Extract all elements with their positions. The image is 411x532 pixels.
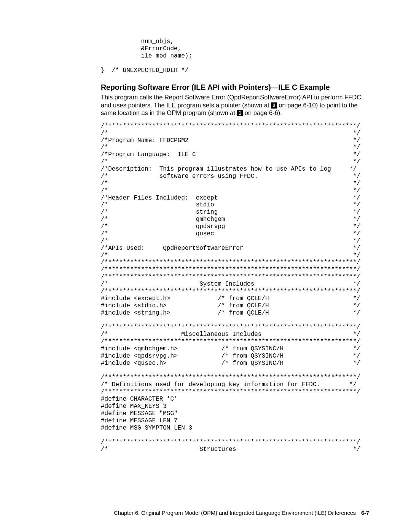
intro-text-3: on page 6-6).: [243, 109, 282, 116]
intro-paragraph: This program calls the Report Software E…: [101, 93, 369, 116]
code-block-top: num_objs, &ErrorCode, ile_mod_name); } /…: [101, 38, 369, 74]
callout-ref-2: 2: [271, 102, 277, 109]
footer-chapter: Chapter 6. Original Program Model (OPM) …: [114, 510, 356, 516]
code-block-main: /***************************************…: [101, 123, 369, 453]
section-heading: Reporting Software Error (ILE API with P…: [101, 83, 369, 92]
page-footer: Chapter 6. Original Program Model (OPM) …: [114, 510, 369, 516]
footer-pagenum: 6-7: [357, 510, 369, 516]
callout-ref-1: 1: [237, 110, 243, 116]
